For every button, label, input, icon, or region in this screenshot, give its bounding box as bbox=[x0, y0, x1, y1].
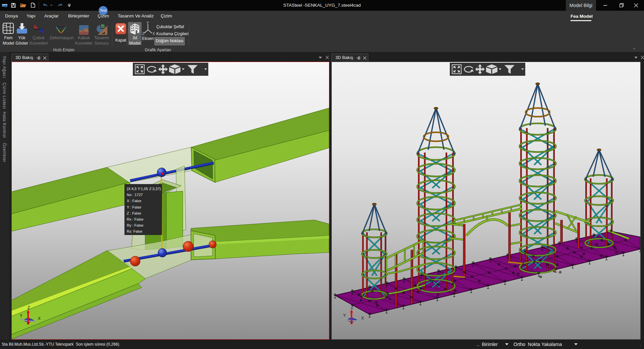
svg-text:Z: Z bbox=[28, 305, 30, 310]
svg-text:X: X bbox=[38, 316, 41, 321]
svg-text:X: X bbox=[361, 316, 364, 321]
svg-text:Y: Y bbox=[343, 313, 346, 318]
svg-text:Y: Y bbox=[20, 313, 22, 318]
svg-text:Y: Y bbox=[147, 21, 149, 25]
svg-text:X: X bbox=[153, 32, 155, 36]
svg-text:Z: Z bbox=[351, 305, 353, 310]
